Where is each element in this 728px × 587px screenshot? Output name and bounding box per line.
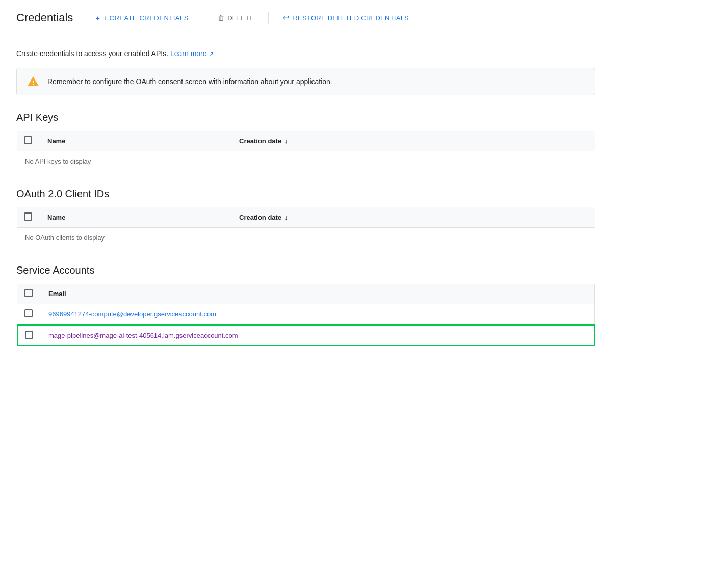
toolbar-divider-2 (268, 12, 269, 24)
api-keys-name-header: Name (39, 131, 231, 151)
service-account-row: 96969941274-compute@developer.gserviceac… (17, 304, 595, 325)
oauth-creation-date-header[interactable]: Creation date ↓ (231, 207, 595, 228)
service-accounts-header-row: Email (17, 284, 595, 304)
service-account-checkbox-cell (17, 304, 41, 325)
api-keys-creation-date-header[interactable]: Creation date ↓ (231, 131, 595, 151)
api-keys-select-all-checkbox[interactable] (24, 136, 32, 144)
service-account-email-cell: mage-pipelines@mage-ai-test-405614.iam.g… (40, 325, 595, 346)
oauth-table: Name Creation date ↓ No OAuth clients to… (16, 207, 595, 248)
api-keys-section-title: API Keys (16, 112, 595, 123)
service-account-email-link[interactable]: 96969941274-compute@developer.gserviceac… (48, 310, 216, 318)
external-link-icon: ↗ (209, 50, 214, 58)
restore-icon: ↩ (283, 13, 290, 22)
service-account-checkbox-cell (17, 325, 41, 346)
service-account-checkbox[interactable] (24, 309, 33, 317)
plus-icon: + (95, 14, 100, 22)
sort-down-icon: ↓ (284, 137, 288, 145)
restore-credentials-button[interactable]: ↩ RESTORE DELETED CREDENTIALS (281, 9, 411, 26)
page-title: Credentials (16, 11, 73, 24)
service-account-checkbox[interactable] (25, 331, 33, 339)
warning-triangle-icon (27, 75, 39, 88)
api-keys-empty-message: No API keys to display (17, 151, 595, 172)
oauth-name-header: Name (39, 207, 231, 228)
oauth-empty-message: No OAuth clients to display (17, 228, 595, 248)
oauth-sort-down-icon: ↓ (284, 214, 288, 221)
main-content: Create credentials to access your enable… (0, 35, 612, 363)
service-accounts-email-header: Email (40, 284, 595, 304)
service-accounts-select-all-checkbox[interactable] (24, 289, 33, 297)
service-account-email-cell: 96969941274-compute@developer.gserviceac… (40, 304, 595, 325)
toolbar-divider-1 (203, 12, 203, 24)
service-accounts-section-title: Service Accounts (16, 264, 595, 276)
warning-text: Remember to configure the OAuth consent … (47, 77, 332, 86)
oauth-empty-row: No OAuth clients to display (17, 228, 595, 248)
delete-button[interactable]: 🗑 DELETE (216, 10, 256, 26)
create-credentials-button[interactable]: + + CREATE CREDENTIALS (93, 10, 191, 26)
oauth-select-all-header[interactable] (17, 207, 40, 228)
api-keys-header-row: Name Creation date ↓ (17, 131, 595, 151)
oauth-section-title: OAuth 2.0 Client IDs (16, 188, 595, 200)
service-account-email-link[interactable]: mage-pipelines@mage-ai-test-405614.iam.g… (48, 332, 238, 339)
oauth-header-row: Name Creation date ↓ (17, 207, 595, 228)
warning-banner: Remember to configure the OAuth consent … (16, 68, 595, 95)
api-keys-empty-row: No API keys to display (17, 151, 595, 172)
service-accounts-table: Email 96969941274-compute@developer.gser… (16, 283, 595, 347)
toolbar: Credentials + + CREATE CREDENTIALS 🗑 DEL… (0, 0, 728, 35)
subtitle: Create credentials to access your enable… (16, 49, 595, 58)
delete-icon: 🗑 (218, 14, 224, 22)
api-keys-table: Name Creation date ↓ No API keys to disp… (16, 130, 595, 172)
learn-more-link[interactable]: Learn more ↗ (170, 49, 214, 58)
oauth-select-all-checkbox[interactable] (24, 212, 32, 221)
api-keys-select-all-header[interactable] (17, 131, 40, 151)
service-accounts-select-all-header[interactable] (17, 284, 41, 304)
service-account-row: mage-pipelines@mage-ai-test-405614.iam.g… (17, 325, 595, 346)
